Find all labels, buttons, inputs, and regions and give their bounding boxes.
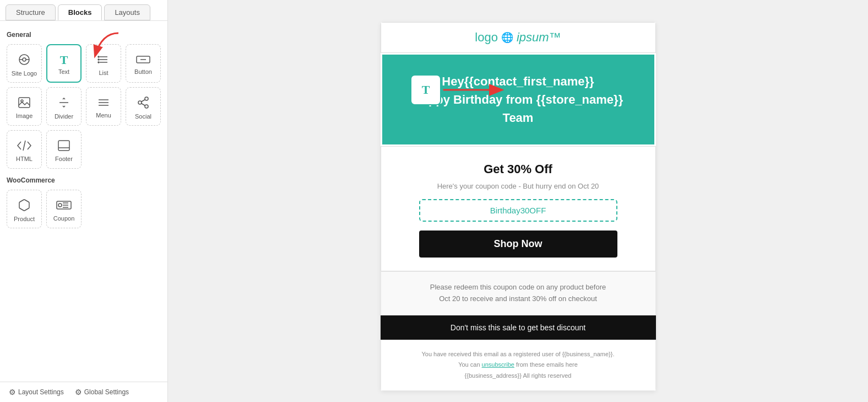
block-coupon-label: Coupon [53, 215, 75, 222]
svg-point-19 [145, 97, 148, 100]
svg-line-24 [23, 141, 25, 151]
drag-arrow [441, 81, 507, 99]
unsubscribe-link[interactable]: unsubscribe [482, 361, 514, 368]
hero-line3: Team [395, 109, 641, 127]
email-coupon-section: Get 30% Off Here's your coupon code - Bu… [381, 146, 656, 271]
block-list-label: List [99, 69, 108, 76]
block-footer[interactable]: Footer [46, 130, 82, 169]
svg-line-22 [142, 103, 145, 105]
list-icon [97, 53, 110, 67]
social-icon [137, 96, 150, 111]
block-coupon[interactable]: Coupon [46, 190, 82, 228]
block-button-label: Button [134, 68, 152, 75]
block-button[interactable]: Button [126, 44, 161, 83]
email-redeem-section: Please redeem this coupon code on any pr… [381, 271, 656, 315]
footer-text: You have received this email as a regist… [394, 349, 642, 382]
footer-icon [57, 140, 70, 153]
general-section-label: General [7, 31, 161, 39]
shop-now-button[interactable]: Shop Now [419, 231, 617, 258]
sidebar-content: General Site Logo T Text [0, 21, 167, 382]
woocommerce-blocks-grid: Product Coupon [7, 190, 161, 228]
email-logo: logo 🌐 ipsum™ [392, 30, 644, 45]
block-text-label: Text [58, 68, 69, 75]
footer-line3: {{business_address}} All rights reserved [394, 371, 642, 382]
global-settings-icon: ⚙ [75, 388, 82, 396]
redeem-line1: Please redeem this coupon code on any pr… [394, 282, 642, 293]
block-list[interactable]: List [86, 44, 121, 83]
svg-point-20 [138, 101, 142, 104]
svg-rect-13 [19, 98, 30, 108]
woocommerce-section-label: WooCommerce [7, 176, 161, 184]
logo-text: logo [475, 30, 498, 45]
globe-icon: 🌐 [501, 31, 513, 44]
block-html-label: HTML [16, 156, 32, 162]
footer-line1: You have received this email as a regist… [394, 349, 642, 360]
text-icon: T [60, 54, 68, 66]
block-image[interactable]: Image [7, 87, 42, 126]
sidebar-footer: ⚙ Layout Settings ⚙ Global Settings [0, 382, 167, 402]
block-product[interactable]: Product [7, 190, 42, 228]
block-menu[interactable]: Menu [86, 87, 121, 126]
email-footer: You have received this email as a regist… [381, 340, 656, 391]
svg-point-28 [58, 203, 62, 207]
tab-blocks[interactable]: Blocks [58, 4, 102, 20]
cta-text: Don't miss this sale to get best discoun… [451, 323, 585, 332]
svg-rect-25 [58, 141, 69, 151]
block-footer-label: Footer [55, 156, 73, 162]
main-canvas: T logo 🌐 ipsum™ He [168, 0, 868, 402]
site-logo-icon [18, 53, 31, 68]
svg-point-10 [98, 62, 99, 63]
layout-settings-label: Layout Settings [18, 388, 64, 396]
block-divider[interactable]: Divider [46, 87, 82, 126]
svg-point-21 [145, 105, 148, 108]
tab-structure[interactable]: Structure [6, 4, 56, 20]
block-site-logo[interactable]: Site Logo [7, 44, 42, 83]
block-html[interactable]: HTML [7, 130, 42, 169]
block-text[interactable]: T Text [46, 44, 82, 83]
drag-text-block: T [410, 74, 441, 105]
block-social-label: Social [135, 113, 151, 120]
coupon-code: Birthday30OFF [419, 199, 617, 222]
drag-indicator: T [410, 74, 507, 105]
svg-point-8 [98, 56, 99, 57]
block-divider-label: Divider [55, 113, 73, 120]
product-icon [18, 199, 31, 213]
svg-line-23 [142, 99, 145, 101]
layout-settings-icon: ⚙ [9, 388, 16, 396]
ipsum-text: ipsum™ [517, 30, 561, 45]
svg-point-9 [98, 59, 99, 60]
button-icon [136, 55, 150, 66]
svg-point-2 [23, 58, 26, 61]
coupon-icon [56, 199, 72, 213]
email-logo-section: logo 🌐 ipsum™ [381, 22, 656, 53]
divider-icon [57, 96, 70, 111]
redeem-line2: Oct 20 to receive and instant 30% off on… [394, 293, 642, 305]
sidebar: Structure Blocks Layouts General Site Lo… [0, 0, 168, 402]
coupon-subtitle: Here's your coupon code - But hurry end … [394, 182, 642, 190]
tab-layouts[interactable]: Layouts [104, 4, 150, 20]
block-image-label: Image [16, 112, 33, 119]
global-settings-label: Global Settings [84, 388, 129, 396]
general-blocks-grid: Site Logo T Text [7, 44, 161, 169]
redeem-text: Please redeem this coupon code on any pr… [394, 282, 642, 305]
block-social[interactable]: Social [126, 87, 161, 126]
email-cta-bar: Don't miss this sale to get best discoun… [381, 315, 656, 340]
layout-settings-link[interactable]: ⚙ Layout Settings [9, 388, 64, 396]
coupon-title: Get 30% Off [394, 162, 642, 176]
footer-line2: You can unsubscribe from these emails he… [394, 360, 642, 371]
block-product-label: Product [14, 216, 35, 222]
image-icon [18, 97, 31, 110]
block-menu-label: Menu [96, 112, 111, 119]
menu-icon [97, 97, 110, 110]
global-settings-link[interactable]: ⚙ Global Settings [75, 388, 129, 396]
sidebar-tabs: Structure Blocks Layouts [0, 0, 167, 21]
block-site-logo-label: Site Logo [12, 70, 37, 77]
html-icon [17, 140, 32, 153]
